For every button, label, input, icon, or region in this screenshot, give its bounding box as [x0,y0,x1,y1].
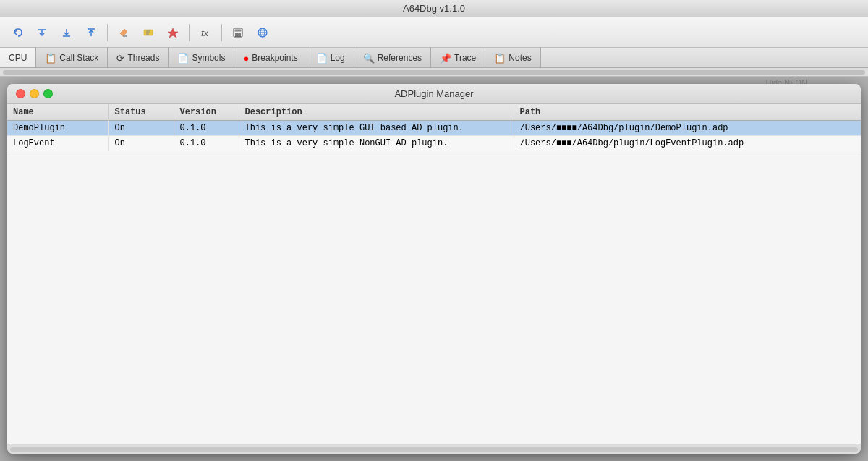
col-header-status: Status [109,104,174,121]
col-header-path: Path [514,104,861,121]
step-into-btn[interactable] [55,21,78,44]
step-out-btn[interactable] [80,21,103,44]
table-header-row: Name Status Version Description Path [7,104,861,121]
symbols-tab-label: Symbols [192,53,225,63]
modal-bottom-scrollbar[interactable] [7,444,861,454]
cell-version: 0.1.0 [174,136,239,151]
plugin-table[interactable]: Name Status Version Description Path Dem… [7,104,861,444]
toolbar: fx [0,17,868,48]
symbols-tab[interactable]: 📄 Symbols [169,48,234,68]
svg-point-9 [239,33,241,35]
trace-tab[interactable]: 📌 Trace [431,48,485,68]
col-header-description: Description [239,104,514,121]
calc-btn[interactable] [226,21,250,44]
log-tab[interactable]: 📄 Log [307,48,354,68]
plugin-table-body: DemoPluginOn0.1.0This is a very simple G… [7,121,861,151]
step-over-btn[interactable] [30,21,54,44]
threads-icon: ⟳ [116,53,124,64]
svg-point-12 [239,35,241,37]
highlight-btn[interactable] [161,21,184,44]
separator-3 [221,24,222,41]
close-button[interactable] [16,89,25,98]
formula-btn[interactable]: fx [194,21,217,44]
cell-name: LogEvent [7,136,109,151]
cell-name: DemoPlugin [7,121,109,136]
globe-btn[interactable] [251,21,274,44]
trace-icon: 📌 [440,53,451,64]
cpu-tab[interactable]: CPU [0,48,36,68]
minimize-button[interactable] [30,89,39,98]
svg-rect-6 [235,29,242,31]
svg-text:fx: fx [201,28,209,38]
cell-description: This is a very simple GUI based AD plugi… [239,121,514,136]
cell-path: /Users/■■■■/A64Dbg/plugin/DemoPlugin.adp [514,121,861,136]
tab-scrollbar[interactable] [0,68,868,77]
traffic-lights [16,89,53,98]
back-btn[interactable] [6,21,29,44]
separator-1 [107,24,108,41]
references-icon: 🔍 [363,53,375,64]
adplugin-manager-modal: ADPlugin Manager Name Status Version Des… [7,84,861,454]
call-stack-tab-label: Call Stack [59,53,98,63]
log-icon: 📄 [316,53,328,64]
breakpoints-tab-label: Breakpoints [252,53,297,63]
notes-tab-label: Notes [509,53,531,63]
modal-title: ADPlugin Manager [394,88,473,99]
table-row[interactable]: LogEventOn0.1.0This is a very simple Non… [7,136,861,151]
cell-path: /Users/■■■/A64Dbg/plugin/LogEventPlugin.… [514,136,861,151]
breakpoints-tab[interactable]: ● Breakpoints [234,48,307,68]
app-title: A64Dbg v1.1.0 [403,3,465,14]
notes-icon: 📋 [494,53,506,64]
col-header-name: Name [7,104,109,121]
separator-2 [189,24,190,41]
modal-title-bar: ADPlugin Manager [7,84,861,104]
cell-status: On [109,121,174,136]
app-title-bar: A64Dbg v1.1.0 [0,0,868,17]
cell-status: On [109,136,174,151]
svg-point-11 [237,35,239,37]
svg-point-10 [235,35,237,37]
trace-tab-label: Trace [454,53,476,63]
breakpoint-btn[interactable] [137,21,160,44]
tab-scroll-track [3,70,865,75]
svg-point-7 [235,33,237,35]
call-stack-icon: 📋 [45,53,56,64]
tab-bar: CPU 📋 Call Stack ⟳ Threads 📄 Symbols ● B… [0,48,868,68]
cpu-tab-label: CPU [9,53,27,63]
notes-tab[interactable]: 📋 Notes [485,48,540,68]
erase-btn[interactable] [112,21,135,44]
cell-version: 0.1.0 [174,121,239,136]
cell-description: This is a very simple NonGUI AD plugin. [239,136,514,151]
breakpoints-icon: ● [243,53,249,64]
symbols-icon: 📄 [177,53,189,64]
threads-tab-label: Threads [127,53,159,63]
main-area: Hide NEON ADPlugin Manager Name Status V… [0,77,868,461]
modal-scroll-track [10,447,858,452]
svg-point-8 [237,33,239,35]
col-header-version: Version [174,104,239,121]
maximize-button[interactable] [43,89,53,98]
references-tab-label: References [378,53,422,63]
threads-tab[interactable]: ⟳ Threads [108,48,169,68]
table-row[interactable]: DemoPluginOn0.1.0This is a very simple G… [7,121,861,136]
log-tab-label: Log [331,53,345,63]
references-tab[interactable]: 🔍 References [354,48,431,68]
call-stack-tab[interactable]: 📋 Call Stack [36,48,108,68]
